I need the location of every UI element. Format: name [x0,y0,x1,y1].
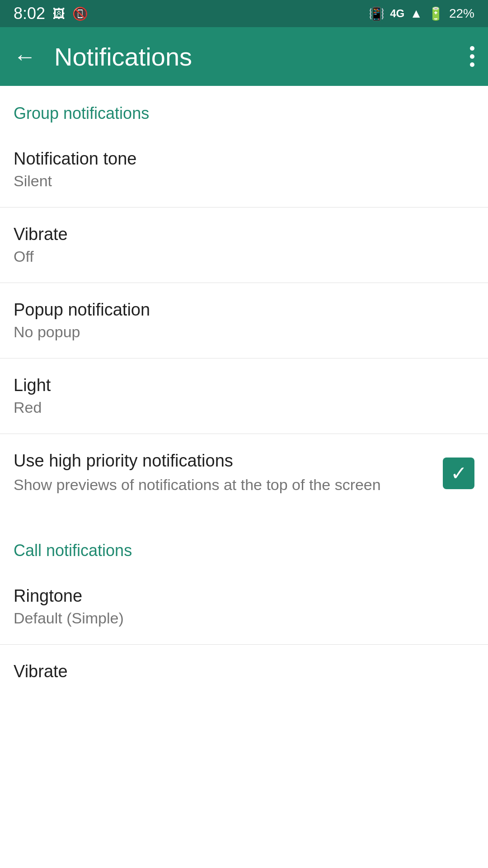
vibrate-group-item[interactable]: Vibrate Off [0,208,488,283]
status-bar-right: 📳 4G ▲ 🔋 22% [369,6,474,21]
high-priority-text: Use high priority notifications Show pre… [14,451,443,496]
popup-notification-item[interactable]: Popup notification No popup [0,283,488,359]
ringtone-value: Default (Simple) [14,609,474,627]
vibrate-call-item[interactable]: Vibrate [0,645,488,689]
high-priority-checkbox[interactable]: ✓ [443,458,474,489]
high-priority-label: Use high priority notifications [14,451,443,471]
network-icon: 4G [390,7,404,20]
app-bar: ← Notifications [0,27,488,86]
back-button[interactable]: ← [14,45,36,68]
notification-tone-value: Silent [14,172,474,190]
status-time: 8:02 [14,4,45,23]
dot2 [470,54,474,59]
vibrate-icon: 📳 [369,6,385,21]
ringtone-text: Ringtone Default (Simple) [14,586,474,627]
vibrate-call-text: Vibrate [14,662,474,685]
light-item[interactable]: Light Red [0,359,488,434]
dot1 [470,46,474,51]
check-icon: ✓ [450,463,467,483]
status-bar-left: 8:02 🖼 📵 [14,4,88,23]
vibrate-group-value: Off [14,248,474,265]
high-priority-item[interactable]: Use high priority notifications Show pre… [0,434,488,519]
popup-notification-text: Popup notification No popup [14,300,474,341]
signal-icon: ▲ [410,6,422,21]
vibrate-call-label: Vibrate [14,662,474,681]
notification-tone-item[interactable]: Notification tone Silent [0,132,488,208]
gallery-icon: 🖼 [52,6,65,21]
vibrate-group-text: Vibrate Off [14,225,474,265]
ringtone-label: Ringtone [14,586,474,606]
light-label: Light [14,376,474,395]
status-bar: 8:02 🖼 📵 📳 4G ▲ 🔋 22% [0,0,488,27]
ringtone-item[interactable]: Ringtone Default (Simple) [0,569,488,645]
notification-tone-label: Notification tone [14,149,474,169]
dot3 [470,62,474,67]
call-notifications-header: Call notifications [0,519,488,569]
vibrate-group-label: Vibrate [14,225,474,244]
popup-notification-label: Popup notification [14,300,474,320]
light-text: Light Red [14,376,474,416]
group-notifications-header: Group notifications [0,86,488,132]
light-value: Red [14,399,474,416]
notification-tone-text: Notification tone Silent [14,149,474,190]
page-title: Notifications [54,42,470,71]
popup-notification-value: No popup [14,323,474,341]
settings-list: Group notifications Notification tone Si… [0,86,488,689]
phone-missed-icon: 📵 [72,6,88,21]
high-priority-value: Show previews of notifications at the to… [14,474,384,496]
battery-percent: 22% [449,6,474,21]
more-options-button[interactable] [470,38,474,75]
battery-icon: 🔋 [428,6,444,21]
